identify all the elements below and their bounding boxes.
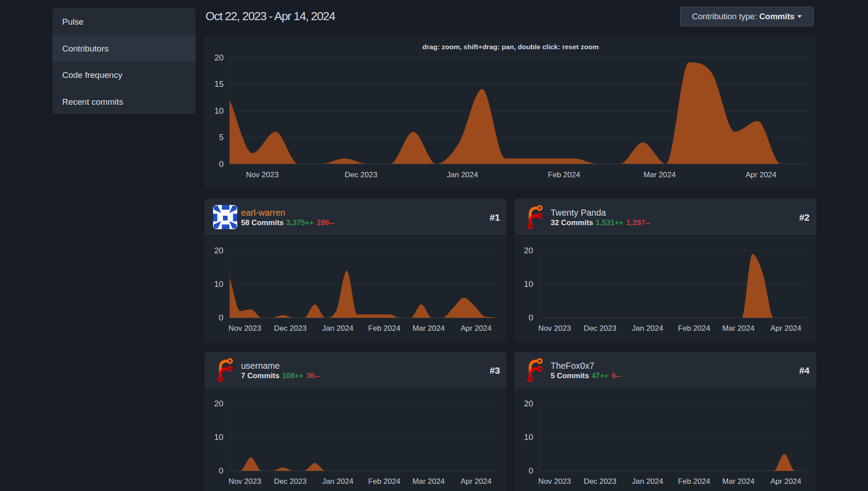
svg-text:15: 15 [214,79,224,89]
svg-text:Mar 2024: Mar 2024 [644,171,676,179]
svg-text:Apr 2024: Apr 2024 [461,477,492,486]
svg-text:Feb 2024: Feb 2024 [678,324,710,333]
svg-text:Jan 2024: Jan 2024 [322,477,354,486]
svg-text:Feb 2024: Feb 2024 [368,477,401,486]
svg-text:10: 10 [524,432,533,442]
svg-text:10: 10 [524,279,533,289]
svg-text:Apr 2024: Apr 2024 [461,324,492,333]
svg-text:Dec 2023: Dec 2023 [274,324,307,333]
svg-text:Jan 2024: Jan 2024 [322,324,354,333]
svg-text:Apr 2024: Apr 2024 [770,477,801,486]
svg-text:Mar 2024: Mar 2024 [722,477,754,486]
svg-text:20: 20 [524,246,533,255]
svg-text:Jan 2024: Jan 2024 [632,477,663,486]
svg-text:Dec 2023: Dec 2023 [274,477,307,486]
svg-text:0: 0 [219,313,223,322]
svg-text:5: 5 [219,132,223,142]
svg-text:Mar 2024: Mar 2024 [413,477,445,486]
svg-text:Dec 2023: Dec 2023 [584,477,616,486]
svg-text:20: 20 [214,399,223,408]
svg-text:10: 10 [214,279,223,289]
svg-text:10: 10 [214,106,224,115]
svg-text:Nov 2023: Nov 2023 [538,324,571,333]
svg-text:20: 20 [214,53,224,62]
svg-text:0: 0 [219,159,223,169]
svg-text:Jan 2024: Jan 2024 [447,171,478,179]
svg-text:Feb 2024: Feb 2024 [368,324,401,333]
svg-text:Jan 2024: Jan 2024 [632,324,663,333]
svg-text:10: 10 [214,432,223,442]
svg-text:drag: zoom, shift+drag: pan, d: drag: zoom, shift+drag: pan, double clic… [422,43,599,51]
svg-text:Feb 2024: Feb 2024 [548,171,580,179]
svg-text:20: 20 [214,246,223,255]
svg-text:Nov 2023: Nov 2023 [538,477,571,486]
svg-text:Apr 2024: Apr 2024 [770,324,801,333]
svg-text:Mar 2024: Mar 2024 [413,324,445,333]
svg-text:Dec 2023: Dec 2023 [584,324,616,333]
svg-text:Nov 2023: Nov 2023 [229,324,261,333]
svg-text:0: 0 [528,313,533,322]
svg-text:0: 0 [219,466,223,475]
svg-text:Nov 2023: Nov 2023 [246,171,279,179]
svg-text:Feb 2024: Feb 2024 [678,477,710,486]
svg-text:0: 0 [528,466,533,475]
svg-text:Dec 2023: Dec 2023 [345,171,377,179]
svg-text:Nov 2023: Nov 2023 [229,477,261,486]
svg-text:Apr 2024: Apr 2024 [746,171,777,179]
svg-text:Mar 2024: Mar 2024 [722,324,754,333]
svg-text:20: 20 [524,399,533,408]
